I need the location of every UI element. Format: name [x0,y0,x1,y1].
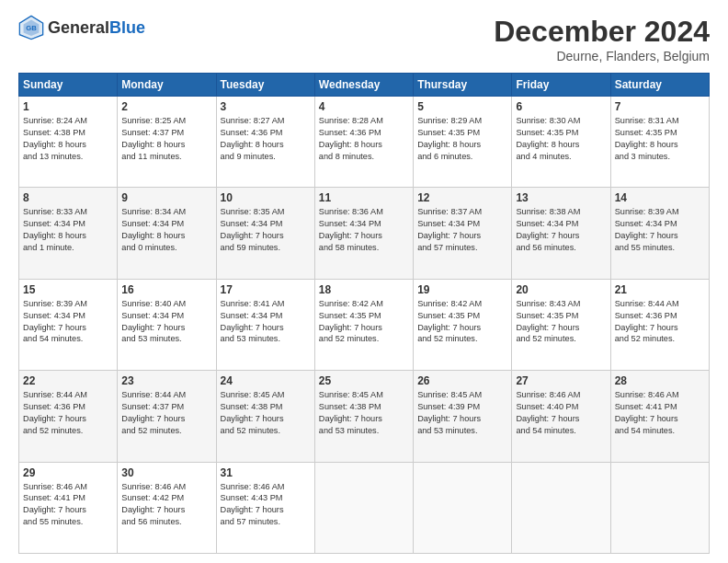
calendar-cell: 26Sunrise: 8:45 AM Sunset: 4:39 PM Dayli… [414,371,512,462]
day-number: 21 [615,283,705,296]
day-number: 20 [516,283,606,296]
weekday-header-sunday: Sunday [19,74,118,97]
day-number: 29 [23,466,113,479]
day-info: Sunrise: 8:45 AM Sunset: 4:38 PM Dayligh… [221,389,311,437]
day-info: Sunrise: 8:39 AM Sunset: 4:34 PM Dayligh… [23,298,113,346]
day-info: Sunrise: 8:40 AM Sunset: 4:34 PM Dayligh… [121,298,211,346]
day-info: Sunrise: 8:37 AM Sunset: 4:34 PM Dayligh… [417,206,507,254]
calendar-cell: 9Sunrise: 8:34 AM Sunset: 4:34 PM Daylig… [118,188,216,279]
day-info: Sunrise: 8:29 AM Sunset: 4:35 PM Dayligh… [417,115,507,163]
calendar-cell: 8Sunrise: 8:33 AM Sunset: 4:34 PM Daylig… [19,188,118,279]
calendar-cell: 11Sunrise: 8:36 AM Sunset: 4:34 PM Dayli… [314,188,413,279]
calendar-cell: 29Sunrise: 8:46 AM Sunset: 4:41 PM Dayli… [19,462,118,553]
calendar-table: SundayMondayTuesdayWednesdayThursdayFrid… [18,73,710,554]
day-info: Sunrise: 8:46 AM Sunset: 4:40 PM Dayligh… [516,389,606,437]
day-info: Sunrise: 8:38 AM Sunset: 4:34 PM Dayligh… [516,206,606,254]
calendar-cell: 12Sunrise: 8:37 AM Sunset: 4:34 PM Dayli… [414,188,512,279]
day-info: Sunrise: 8:41 AM Sunset: 4:34 PM Dayligh… [221,298,311,346]
logo: GB GeneralBlue [18,15,145,40]
calendar-cell: 25Sunrise: 8:45 AM Sunset: 4:38 PM Dayli… [314,371,413,462]
day-info: Sunrise: 8:35 AM Sunset: 4:34 PM Dayligh… [221,206,311,254]
weekday-header-saturday: Saturday [610,74,709,97]
calendar-cell: 14Sunrise: 8:39 AM Sunset: 4:34 PM Dayli… [610,188,709,279]
day-number: 7 [615,100,705,113]
day-number: 1 [23,100,113,113]
day-info: Sunrise: 8:43 AM Sunset: 4:35 PM Dayligh… [516,298,606,346]
calendar-cell: 31Sunrise: 8:46 AM Sunset: 4:43 PM Dayli… [216,462,314,553]
title-section: December 2024 Deurne, Flanders, Belgium [494,15,710,63]
day-info: Sunrise: 8:24 AM Sunset: 4:38 PM Dayligh… [23,115,113,163]
calendar-cell: 19Sunrise: 8:42 AM Sunset: 4:35 PM Dayli… [414,279,512,370]
day-number: 15 [23,283,113,296]
calendar-header-row: SundayMondayTuesdayWednesdayThursdayFrid… [19,74,710,97]
calendar-cell [414,462,512,553]
day-number: 28 [615,374,705,387]
calendar-cell: 20Sunrise: 8:43 AM Sunset: 4:35 PM Dayli… [512,279,610,370]
calendar-cell [512,462,610,553]
day-number: 3 [221,100,311,113]
day-number: 14 [615,191,705,204]
day-info: Sunrise: 8:45 AM Sunset: 4:38 PM Dayligh… [319,389,409,437]
svg-text:GB: GB [26,24,37,32]
day-info: Sunrise: 8:27 AM Sunset: 4:36 PM Dayligh… [221,115,311,163]
calendar-cell [610,462,709,553]
day-info: Sunrise: 8:34 AM Sunset: 4:34 PM Dayligh… [121,206,211,254]
calendar-week-3: 15Sunrise: 8:39 AM Sunset: 4:34 PM Dayli… [19,279,710,370]
logo-blue: Blue [109,18,145,37]
calendar-cell: 15Sunrise: 8:39 AM Sunset: 4:34 PM Dayli… [19,279,118,370]
day-number: 4 [319,100,409,113]
day-info: Sunrise: 8:46 AM Sunset: 4:41 PM Dayligh… [615,389,705,437]
day-number: 25 [319,374,409,387]
month-title: December 2024 [494,15,710,49]
day-number: 12 [417,191,507,204]
day-info: Sunrise: 8:44 AM Sunset: 4:36 PM Dayligh… [23,389,113,437]
day-number: 5 [417,100,507,113]
day-number: 24 [221,374,311,387]
weekday-header-thursday: Thursday [414,74,512,97]
day-number: 19 [417,283,507,296]
logo-icon: GB [18,15,44,40]
day-number: 8 [23,191,113,204]
day-info: Sunrise: 8:39 AM Sunset: 4:34 PM Dayligh… [615,206,705,254]
calendar-cell: 1Sunrise: 8:24 AM Sunset: 4:38 PM Daylig… [19,97,118,188]
day-info: Sunrise: 8:42 AM Sunset: 4:35 PM Dayligh… [319,298,409,346]
day-info: Sunrise: 8:44 AM Sunset: 4:37 PM Dayligh… [121,389,211,437]
day-number: 10 [221,191,311,204]
calendar-cell: 4Sunrise: 8:28 AM Sunset: 4:36 PM Daylig… [314,97,413,188]
day-info: Sunrise: 8:25 AM Sunset: 4:37 PM Dayligh… [121,115,211,163]
day-number: 6 [516,100,606,113]
calendar-week-1: 1Sunrise: 8:24 AM Sunset: 4:38 PM Daylig… [19,97,710,188]
calendar-cell: 5Sunrise: 8:29 AM Sunset: 4:35 PM Daylig… [414,97,512,188]
day-number: 23 [121,374,211,387]
weekday-header-monday: Monday [118,74,216,97]
weekday-header-tuesday: Tuesday [216,74,314,97]
weekday-header-wednesday: Wednesday [314,74,413,97]
day-info: Sunrise: 8:46 AM Sunset: 4:41 PM Dayligh… [23,481,113,529]
day-info: Sunrise: 8:33 AM Sunset: 4:34 PM Dayligh… [23,206,113,254]
day-number: 31 [221,466,311,479]
day-info: Sunrise: 8:45 AM Sunset: 4:39 PM Dayligh… [417,389,507,437]
calendar-cell: 10Sunrise: 8:35 AM Sunset: 4:34 PM Dayli… [216,188,314,279]
day-number: 2 [121,100,211,113]
location: Deurne, Flanders, Belgium [494,49,710,63]
day-info: Sunrise: 8:28 AM Sunset: 4:36 PM Dayligh… [319,115,409,163]
calendar-cell: 2Sunrise: 8:25 AM Sunset: 4:37 PM Daylig… [118,97,216,188]
day-number: 13 [516,191,606,204]
day-info: Sunrise: 8:44 AM Sunset: 4:36 PM Dayligh… [615,298,705,346]
day-number: 18 [319,283,409,296]
logo-text: GeneralBlue [48,18,145,38]
header: GB GeneralBlue December 2024 Deurne, Fla… [18,15,710,63]
calendar-cell: 18Sunrise: 8:42 AM Sunset: 4:35 PM Dayli… [314,279,413,370]
calendar-week-2: 8Sunrise: 8:33 AM Sunset: 4:34 PM Daylig… [19,188,710,279]
calendar-cell: 30Sunrise: 8:46 AM Sunset: 4:42 PM Dayli… [118,462,216,553]
calendar-cell: 3Sunrise: 8:27 AM Sunset: 4:36 PM Daylig… [216,97,314,188]
day-number: 16 [121,283,211,296]
page: GB GeneralBlue December 2024 Deurne, Fla… [0,0,728,563]
day-number: 22 [23,374,113,387]
day-number: 26 [417,374,507,387]
weekday-header-friday: Friday [512,74,610,97]
calendar-week-4: 22Sunrise: 8:44 AM Sunset: 4:36 PM Dayli… [19,371,710,462]
calendar-cell [314,462,413,553]
day-info: Sunrise: 8:30 AM Sunset: 4:35 PM Dayligh… [516,115,606,163]
calendar-cell: 6Sunrise: 8:30 AM Sunset: 4:35 PM Daylig… [512,97,610,188]
